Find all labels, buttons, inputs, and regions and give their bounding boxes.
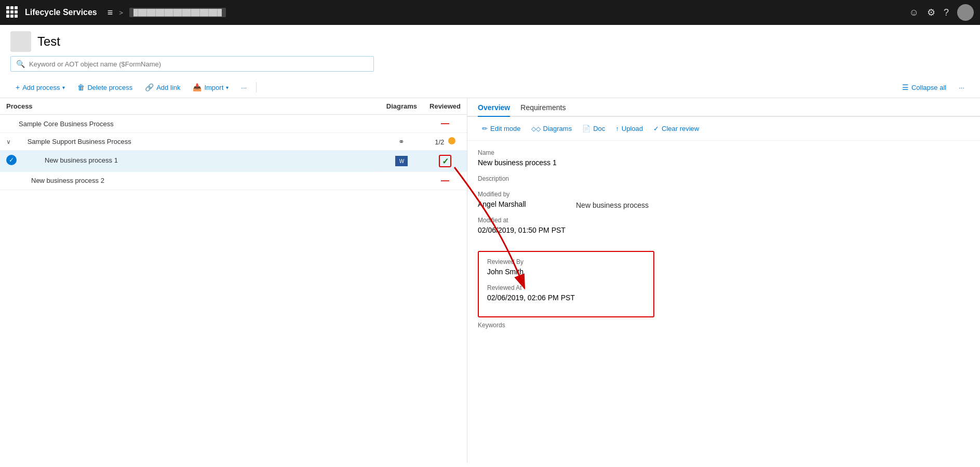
table-row[interactable]: ∨ Sample Support Business Process ⚭ 1/2 <box>0 133 467 151</box>
search-icon: 🔍 <box>16 60 25 68</box>
toolbar: + Add process ▾ 🗑 Delete process 🔗 Add l… <box>0 77 980 98</box>
plus-icon: + <box>16 83 20 91</box>
tab-overview[interactable]: Overview <box>478 98 510 117</box>
word-diagram-icon: W <box>395 156 408 166</box>
topbar-right: ☺ ⚙ ? <box>909 4 974 21</box>
col-header-process: Process <box>0 98 380 115</box>
detail-fields: Name New business process 1 Description … <box>467 141 980 251</box>
diagrams-cell: ⚭ <box>380 133 423 151</box>
breadcrumb-current[interactable]: ████████████████████ <box>129 8 226 17</box>
diagrams-cell: W <box>380 151 423 172</box>
add-process-chevron[interactable]: ▾ <box>62 85 65 90</box>
description-label: Description <box>478 175 970 182</box>
row-checkbox[interactable]: ✓ <box>6 155 17 165</box>
add-process-button[interactable]: + Add process ▾ <box>10 80 70 95</box>
keywords-label: Keywords <box>478 322 970 329</box>
add-link-button[interactable]: 🔗 Add link <box>140 80 185 95</box>
toolbar-separator <box>256 82 257 92</box>
link-icon: 🔗 <box>145 83 154 91</box>
help-icon[interactable]: ? <box>944 7 949 18</box>
modified-by-label: Modified by <box>478 191 970 198</box>
detail-panel: Overview Requirements ✏ Edit mode ◇◇ Dia… <box>467 98 980 463</box>
diagrams-button[interactable]: ◇◇ Diagrams <box>527 122 576 135</box>
detail-tabs: Overview Requirements <box>467 98 980 117</box>
reviewed-box: Reviewed By John Smith Reviewed At 02/06… <box>478 251 654 317</box>
reviewed-checkmark: ✓ <box>439 155 451 167</box>
table-row[interactable]: ✓ New business process 1 W ✓ <box>0 151 467 172</box>
upload-icon: ↑ <box>615 125 619 132</box>
description-field: Description <box>478 175 970 182</box>
user-avatar[interactable] <box>957 4 974 21</box>
modified-at-value: 02/06/2019, 01:50 PM PST <box>478 226 970 234</box>
import-icon: 📥 <box>193 83 202 91</box>
reviewed-cell: ✓ <box>423 151 467 172</box>
upload-button[interactable]: ↑ Upload <box>611 122 647 135</box>
name-field: Name New business process 1 <box>478 149 970 167</box>
settings-icon[interactable]: ⚙ <box>927 7 935 18</box>
import-chevron[interactable]: ▾ <box>226 85 229 90</box>
smiley-icon[interactable]: ☺ <box>909 7 919 18</box>
doc-button[interactable]: 📄 Doc <box>578 122 609 135</box>
col-header-diagrams: Diagrams <box>380 98 423 115</box>
process-name: Sample Core Business Process <box>6 120 114 128</box>
apps-grid-icon[interactable] <box>6 6 19 19</box>
reviewed-cell: — <box>423 115 467 133</box>
breadcrumb-separator: > <box>119 9 123 17</box>
process-panel: Process Diagrams Reviewed Sample Core Bu… <box>0 98 467 463</box>
doc-icon: 📄 <box>582 125 590 132</box>
process-name: New business process 1 <box>20 156 118 164</box>
page-header: Test <box>0 25 980 56</box>
reviewed-by-label: Reviewed By <box>487 258 645 265</box>
process-name: New business process 2 <box>6 177 104 184</box>
modified-at-label: Modified at <box>478 217 970 224</box>
delete-icon: 🗑 <box>77 83 85 91</box>
modified-at-field: Modified at 02/06/2019, 01:50 PM PST <box>478 217 970 234</box>
delete-process-button[interactable]: 🗑 Delete process <box>72 80 138 95</box>
diagrams-cell <box>380 172 423 190</box>
reviewed-cell: — <box>423 172 467 190</box>
page-icon <box>10 31 31 52</box>
app-title: Lifecycle Services <box>25 8 97 17</box>
page-title: Test <box>37 34 60 49</box>
clear-review-button[interactable]: ✓ Clear review <box>649 122 703 135</box>
name-value: New business process 1 <box>478 158 970 167</box>
reviewed-by-field: Reviewed By John Smith <box>487 258 645 276</box>
diagrams-cell <box>380 115 423 133</box>
table-row[interactable]: Sample Core Business Process — <box>0 115 467 133</box>
reviewed-at-value: 02/06/2019, 02:06 PM PST <box>487 293 645 302</box>
diagrams-icon: ◇◇ <box>531 125 541 132</box>
process-name: Sample Support Business Process <box>15 138 131 145</box>
modified-by-field: Modified by Angel Marshall <box>478 191 970 208</box>
reviewed-at-label: Reviewed At <box>487 284 645 291</box>
collapse-all-button[interactable]: ☰ Collapse all <box>897 80 951 95</box>
status-orange-indicator <box>448 137 455 144</box>
search-input[interactable] <box>29 60 368 68</box>
more-button-2[interactable]: ··· <box>954 81 970 95</box>
keywords-section: Keywords <box>467 317 980 339</box>
more-button-1[interactable]: ··· <box>236 81 252 95</box>
table-row[interactable]: New business process 2 — <box>0 172 467 190</box>
reviewed-cell: 1/2 <box>423 133 467 151</box>
edit-mode-button[interactable]: ✏ Edit mode <box>478 122 525 135</box>
search-bar: 🔍 <box>10 56 374 72</box>
tab-requirements[interactable]: Requirements <box>520 98 566 117</box>
modified-by-value: Angel Marshall <box>478 200 970 208</box>
reviewed-dash: — <box>441 176 449 185</box>
diagram-link-icon: ⚭ <box>398 138 405 146</box>
col-header-reviewed: Reviewed <box>423 98 467 115</box>
main-content: Process Diagrams Reviewed Sample Core Bu… <box>0 98 980 463</box>
reviewed-count: 1/2 <box>435 138 444 146</box>
edit-icon: ✏ <box>482 125 488 132</box>
import-button[interactable]: 📥 Import ▾ <box>187 80 234 95</box>
search-bar-container: 🔍 <box>0 56 980 77</box>
process-table: Process Diagrams Reviewed Sample Core Bu… <box>0 98 467 190</box>
collapse-icon: ☰ <box>902 83 909 91</box>
collapse-button[interactable]: ∨ <box>6 138 11 145</box>
reviewed-by-value: John Smith <box>487 268 645 276</box>
topbar: Lifecycle Services ≡ > █████████████████… <box>0 0 980 25</box>
name-label: Name <box>478 149 970 156</box>
detail-toolbar: ✏ Edit mode ◇◇ Diagrams 📄 Doc ↑ Upload ✓… <box>467 117 980 141</box>
hamburger-icon[interactable]: ≡ <box>108 7 113 18</box>
reviewed-dash: — <box>441 119 449 128</box>
reviewed-at-field: Reviewed At 02/06/2019, 02:06 PM PST <box>487 284 645 302</box>
